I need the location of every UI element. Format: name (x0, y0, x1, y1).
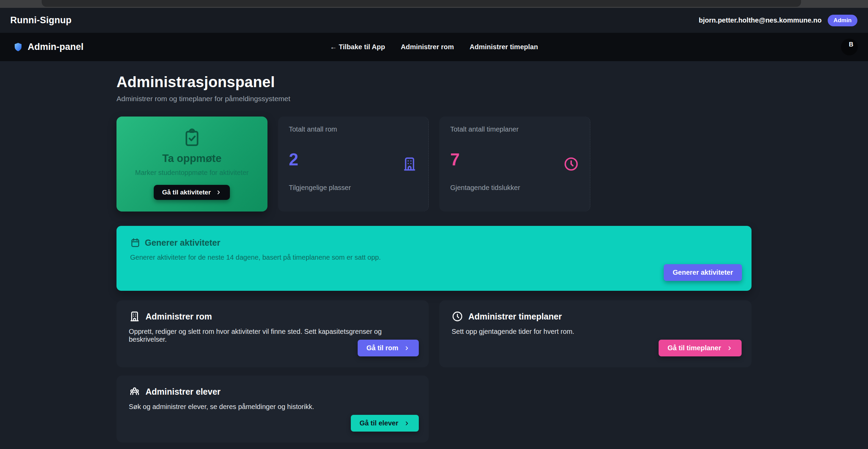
go-to-students-button[interactable]: Gå til elever (351, 415, 419, 432)
go-to-activities-label: Gå til aktiviteter (162, 189, 211, 196)
go-to-students-label: Gå til elever (360, 419, 398, 427)
go-to-activities-button[interactable]: Gå til aktiviteter (154, 185, 230, 200)
app-topbar: Runni-Signup bjorn.petter.holthe@nes.kom… (0, 8, 868, 33)
nav-administrer-timeplan[interactable]: Administrer timeplan (470, 43, 538, 51)
topbar-user-area: bjorn.petter.holthe@nes.kommune.no Admin (699, 15, 857, 26)
chevron-right-icon (216, 189, 222, 195)
go-to-rooms-label: Gå til rom (367, 344, 398, 352)
attendance-card-title: Ta oppmøte (162, 152, 221, 165)
admin-dashboard: Administrasjonspanel Administrer rom og … (116, 61, 752, 443)
admin-role-badge: Admin (828, 15, 857, 26)
page-subtitle: Administrer rom og timeplaner for påmeld… (116, 95, 752, 103)
user-email: bjorn.petter.holthe@nes.kommune.no (699, 16, 822, 24)
stat-schedules-label: Totalt antall timeplaner (450, 125, 579, 133)
clock-icon (563, 156, 579, 172)
stat-schedules-sublabel: Gjentagende tidslukker (450, 184, 579, 192)
manage-rooms-card: Administrer rom Opprett, rediger og slet… (116, 300, 429, 367)
manage-schedules-card: Administrer timeplaner Sett opp gjentage… (439, 300, 752, 367)
building-icon (402, 156, 417, 172)
stat-rooms-sublabel: Tilgjengelige plasser (289, 184, 418, 192)
attendance-card-description: Marker studentoppmøte for aktiviteter (135, 169, 249, 177)
stat-schedules-value: 7 (450, 151, 579, 168)
attendance-card[interactable]: Ta oppmøte Marker studentoppmøte for akt… (116, 117, 267, 212)
manage-students-card: Administrer elever Søk og administrer el… (116, 376, 429, 443)
stat-card-schedules: Totalt antall timeplaner 7 Gjentagende t… (439, 117, 590, 212)
stat-rooms-label: Totalt antall rom (289, 125, 418, 133)
nav-back-to-app[interactable]: ← Tilbake til App (330, 43, 385, 51)
manage-row-1: Administrer rom Opprett, rediger og slet… (116, 300, 752, 367)
app-brand: Runni-Signup (10, 15, 71, 26)
calendar-icon (130, 237, 140, 248)
go-to-rooms-button[interactable]: Gå til rom (358, 340, 419, 356)
shield-icon (13, 42, 23, 52)
generate-activities-button[interactable]: Generer aktiviteter (664, 264, 742, 281)
manage-schedules-description: Sett opp gjentagende tider for hvert rom… (452, 328, 739, 336)
stats-row: Ta oppmøte Marker studentoppmøte for akt… (116, 117, 752, 212)
building-icon (129, 311, 140, 322)
stat-card-rooms: Totalt antall rom 2 Tilgjengelige plasse… (278, 117, 429, 212)
clipboard-check-icon (182, 128, 202, 148)
user-avatar[interactable]: B (841, 39, 858, 55)
go-to-schedules-label: Gå til timeplaner (667, 344, 721, 352)
stat-rooms-value: 2 (289, 151, 418, 168)
users-icon (129, 386, 140, 397)
manage-students-title: Administrer elever (146, 387, 221, 397)
generate-banner-title: Generer aktiviteter (145, 238, 220, 248)
manage-rooms-title: Administrer rom (146, 312, 212, 322)
manage-schedules-title: Administrer timeplaner (468, 312, 562, 322)
clock-icon (452, 311, 463, 322)
manage-row-2: Administrer elever Søk og administrer el… (116, 376, 752, 443)
generate-activities-banner: Generer aktiviteter Generer aktiviteter … (116, 226, 752, 291)
chevron-right-icon (727, 345, 733, 351)
browser-omnibox-bottom (42, 0, 801, 7)
go-to-schedules-button[interactable]: Gå til timeplaner (659, 340, 742, 356)
manage-students-description: Søk og administrer elever, se deres påme… (129, 403, 416, 411)
chevron-right-icon (404, 345, 410, 351)
empty-grid-cell (439, 376, 752, 443)
page-title: Administrasjonspanel (116, 73, 752, 91)
admin-nav-links: ← Tilbake til App Administrer rom Admini… (330, 33, 538, 61)
nav-administrer-rom[interactable]: Administrer rom (401, 43, 454, 51)
generate-activities-label: Generer aktiviteter (673, 269, 733, 276)
chevron-right-icon (404, 420, 410, 426)
admin-panel-title: Admin-panel (28, 42, 84, 52)
admin-navbar: Admin-panel ← Tilbake til App Administre… (0, 33, 868, 61)
browser-edge-strip (0, 0, 868, 8)
generate-banner-description: Generer aktiviteter for de neste 14 dage… (130, 254, 738, 261)
admin-panel-brand: Admin-panel (13, 42, 84, 52)
